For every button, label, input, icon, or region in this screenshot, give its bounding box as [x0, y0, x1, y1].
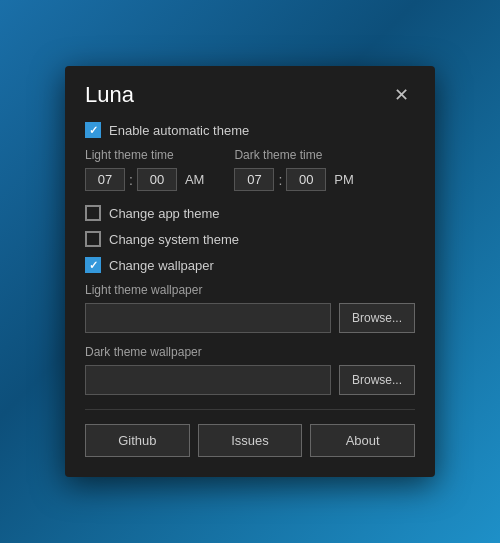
change-system-theme-label: Change system theme	[109, 232, 239, 247]
dark-time-group: Dark theme time : PM	[234, 148, 353, 191]
light-wallpaper-input[interactable]	[85, 303, 331, 333]
light-time-inputs: : AM	[85, 168, 204, 191]
light-wallpaper-section: Light theme wallpaper Browse...	[85, 283, 415, 333]
light-wallpaper-input-row: Browse...	[85, 303, 415, 333]
light-minute-input[interactable]	[137, 168, 177, 191]
change-wallpaper-label: Change wallpaper	[109, 258, 214, 273]
dark-wallpaper-label: Dark theme wallpaper	[85, 345, 415, 359]
time-section: Light theme time : AM Dark theme time : …	[85, 148, 415, 191]
light-hour-input[interactable]	[85, 168, 125, 191]
luna-dialog: Luna ✕ Enable automatic theme Light them…	[65, 66, 435, 477]
light-ampm: AM	[185, 172, 205, 187]
dark-ampm: PM	[334, 172, 354, 187]
dark-time-inputs: : PM	[234, 168, 353, 191]
light-wallpaper-label: Light theme wallpaper	[85, 283, 415, 297]
dark-wallpaper-section: Dark theme wallpaper Browse...	[85, 345, 415, 395]
dark-browse-button[interactable]: Browse...	[339, 365, 415, 395]
change-wallpaper-checkbox[interactable]	[85, 257, 101, 273]
light-time-group: Light theme time : AM	[85, 148, 204, 191]
dialog-header: Luna ✕	[85, 82, 415, 108]
change-wallpaper-row: Change wallpaper	[85, 257, 415, 273]
auto-theme-checkbox[interactable]	[85, 122, 101, 138]
light-time-separator: :	[129, 172, 133, 188]
auto-theme-row: Enable automatic theme	[85, 122, 415, 138]
issues-button[interactable]: Issues	[198, 424, 303, 457]
change-app-theme-row: Change app theme	[85, 205, 415, 221]
change-system-theme-checkbox[interactable]	[85, 231, 101, 247]
dark-wallpaper-input[interactable]	[85, 365, 331, 395]
change-app-theme-label: Change app theme	[109, 206, 220, 221]
light-time-label: Light theme time	[85, 148, 204, 162]
footer-buttons: Github Issues About	[85, 424, 415, 457]
dark-hour-input[interactable]	[234, 168, 274, 191]
footer-divider	[85, 409, 415, 410]
dark-time-separator: :	[278, 172, 282, 188]
close-button[interactable]: ✕	[388, 84, 415, 106]
change-app-theme-checkbox[interactable]	[85, 205, 101, 221]
dark-wallpaper-input-row: Browse...	[85, 365, 415, 395]
change-system-theme-row: Change system theme	[85, 231, 415, 247]
dark-time-label: Dark theme time	[234, 148, 353, 162]
dark-minute-input[interactable]	[286, 168, 326, 191]
dialog-title: Luna	[85, 82, 134, 108]
auto-theme-label: Enable automatic theme	[109, 123, 249, 138]
about-button[interactable]: About	[310, 424, 415, 457]
github-button[interactable]: Github	[85, 424, 190, 457]
light-browse-button[interactable]: Browse...	[339, 303, 415, 333]
